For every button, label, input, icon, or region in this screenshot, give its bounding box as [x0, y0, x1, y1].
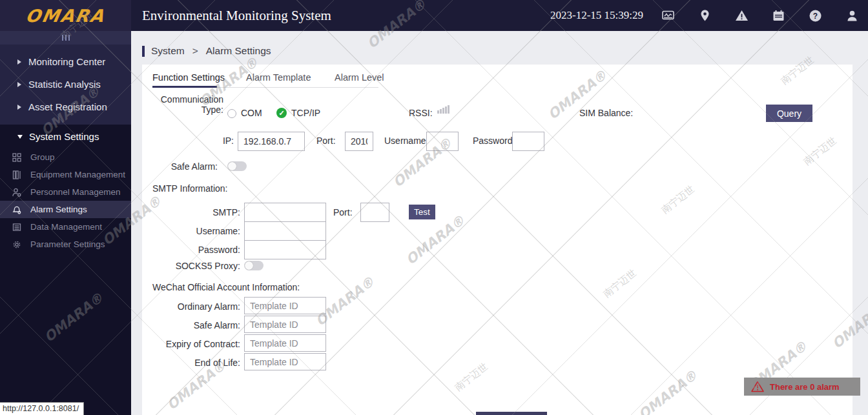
sidebar-item-equipment-management[interactable]: Equipment Management — [0, 166, 131, 183]
tcpip-radio-label[interactable]: TCP/IP — [291, 108, 320, 118]
alarm-toast-text: There are 0 alarm — [770, 382, 840, 392]
save-button-partial[interactable] — [476, 412, 547, 415]
smtp-password-input[interactable] — [244, 240, 326, 259]
breadcrumb-separator: > — [192, 45, 198, 57]
breadcrumb: System > Alarm Settings — [142, 45, 271, 57]
app-title: Environmental Monitoring System — [142, 0, 331, 31]
sidebar-item-parameter-settings[interactable]: Parameter Settings — [0, 236, 131, 253]
socks5-proxy-label: SOCKS5 Proxy: — [152, 261, 240, 271]
com-radio-label[interactable]: COM — [241, 108, 262, 118]
breadcrumb-parent[interactable]: System — [151, 45, 185, 57]
sidebar-item-statistic-analysis[interactable]: Statistic Analysis — [0, 73, 131, 96]
alarm-toast[interactable]: There are 0 alarm — [744, 378, 860, 396]
gear-icon — [12, 239, 21, 249]
sidebar-system-menu: System Settings Group Equipment Manageme… — [0, 125, 131, 253]
user-icon[interactable] — [845, 9, 859, 23]
port-label: Port: — [316, 136, 336, 146]
smtp-port-input[interactable] — [360, 203, 389, 222]
calendar-icon[interactable] — [772, 9, 785, 23]
smtp-input[interactable] — [244, 203, 326, 222]
end-of-life-label: End of Life: — [152, 358, 240, 368]
alert-triangle-icon[interactable] — [735, 9, 749, 23]
username-label: Username: — [384, 136, 428, 146]
sidebar-item-label: Equipment Management — [30, 170, 125, 179]
sidebar-item-group[interactable]: Group — [0, 148, 131, 166]
smtp-port-label: Port: — [333, 207, 353, 218]
sidebar-item-label: Group — [30, 152, 55, 162]
safe-alarm-label: Safe Alarm: — [152, 161, 218, 172]
tab-alarm-level[interactable]: Alarm Level — [335, 72, 384, 83]
brand-logo: OMARA — [25, 6, 107, 26]
safe-alarm-toggle[interactable] — [227, 161, 247, 171]
location-pin-icon[interactable] — [698, 9, 712, 23]
end-of-life-input[interactable] — [244, 353, 326, 370]
query-button[interactable]: Query — [766, 105, 812, 122]
password-label: Password: — [473, 136, 515, 146]
personnel-icon — [12, 187, 21, 197]
smtp-password-label: Password: — [152, 245, 240, 255]
smtp-label: SMTP: — [152, 207, 240, 218]
sidebar-section-label: System Settings — [29, 131, 99, 142]
smtp-section-label: SMTP Information: — [152, 183, 227, 194]
chevron-right-icon — [17, 82, 21, 87]
sidebar-item-system-settings[interactable]: System Settings — [0, 125, 131, 148]
help-icon[interactable]: ? — [809, 9, 822, 23]
sidebar-item-label: Asset Registration — [28, 101, 107, 112]
sidebar-item-alarm-settings[interactable]: Alarm Settings — [0, 201, 131, 218]
tab-function-settings[interactable]: Function Settings — [152, 72, 225, 83]
alarm-bell-icon — [12, 205, 21, 214]
wechat-section-label: WeChat Official Account Information: — [152, 282, 300, 292]
sidebar-item-label: Monitoring Center — [28, 56, 105, 67]
sim-balance-label: SIM Balance: — [579, 108, 633, 118]
main-panel: Function Settings Alarm Template Alarm L… — [142, 65, 852, 415]
logo-area[interactable]: OMARA — [0, 0, 131, 31]
sidebar-top-menu: Monitoring Center Statistic Analysis Ass… — [0, 45, 131, 125]
com-radio[interactable] — [227, 109, 236, 118]
expiry-of-contract-input[interactable] — [244, 334, 326, 352]
chart-monitor-icon[interactable] — [661, 9, 675, 23]
username-input[interactable] — [426, 132, 459, 151]
ip-label: IP: — [204, 136, 234, 146]
chevron-right-icon — [17, 59, 21, 65]
data-list-icon — [12, 222, 21, 232]
smtp-username-input[interactable] — [244, 221, 326, 241]
sidebar-item-label: Data Management — [30, 222, 102, 232]
ordinary-alarm-label: Ordinary Alarm: — [152, 301, 240, 312]
equipment-icon — [12, 170, 21, 179]
header-icon-group: ? — [661, 0, 859, 31]
ip-input[interactable] — [238, 132, 305, 151]
sidebar-item-asset-registration[interactable]: Asset Registration — [0, 96, 131, 118]
chevron-right-icon — [17, 105, 21, 110]
sidebar-item-label: Alarm Settings — [30, 205, 87, 214]
tab-alarm-template[interactable]: Alarm Template — [246, 72, 311, 83]
svg-text:?: ? — [813, 11, 818, 20]
communication-type-label: Communication Type: — [152, 94, 223, 115]
test-button[interactable]: Test — [409, 205, 435, 219]
wechat-safe-alarm-input[interactable] — [244, 316, 326, 333]
tab-active-indicator — [152, 86, 217, 88]
ordinary-alarm-input[interactable] — [244, 297, 326, 314]
alarm-warning-icon — [751, 381, 764, 392]
sidebar-item-data-management[interactable]: Data Management — [0, 218, 131, 236]
sidebar-item-personnel-management[interactable]: Personnel Managemen — [0, 183, 131, 201]
password-input[interactable] — [512, 132, 544, 151]
wechat-safe-alarm-label: Safe Alarm: — [152, 320, 240, 330]
sidebar-item-label: Personnel Managemen — [30, 187, 121, 197]
sidebar-collapse-toggle[interactable] — [0, 31, 131, 45]
rssi-signal-icon — [437, 105, 450, 114]
breadcrumb-current: Alarm Settings — [206, 45, 271, 57]
sidebar-item-label: Statistic Analysis — [28, 79, 101, 90]
port-input[interactable] — [345, 132, 373, 151]
expiry-of-contract-label: Expiry of Contract: — [152, 339, 240, 349]
chevron-down-icon — [17, 135, 23, 139]
group-grid-icon — [12, 152, 21, 162]
sidebar-item-monitoring-center[interactable]: Monitoring Center — [0, 50, 131, 73]
tcpip-check-icon[interactable]: ✓ — [276, 108, 287, 118]
sidebar: Monitoring Center Statistic Analysis Ass… — [0, 31, 131, 415]
socks5-proxy-toggle[interactable] — [244, 261, 264, 270]
status-url-tooltip: http://127.0.0.1:8081/ — [0, 402, 84, 415]
smtp-username-label: Username: — [152, 226, 240, 236]
sidebar-item-label: Parameter Settings — [30, 239, 105, 249]
rssi-label: RSSI: — [409, 108, 433, 118]
breadcrumb-accent-bar — [142, 46, 145, 57]
